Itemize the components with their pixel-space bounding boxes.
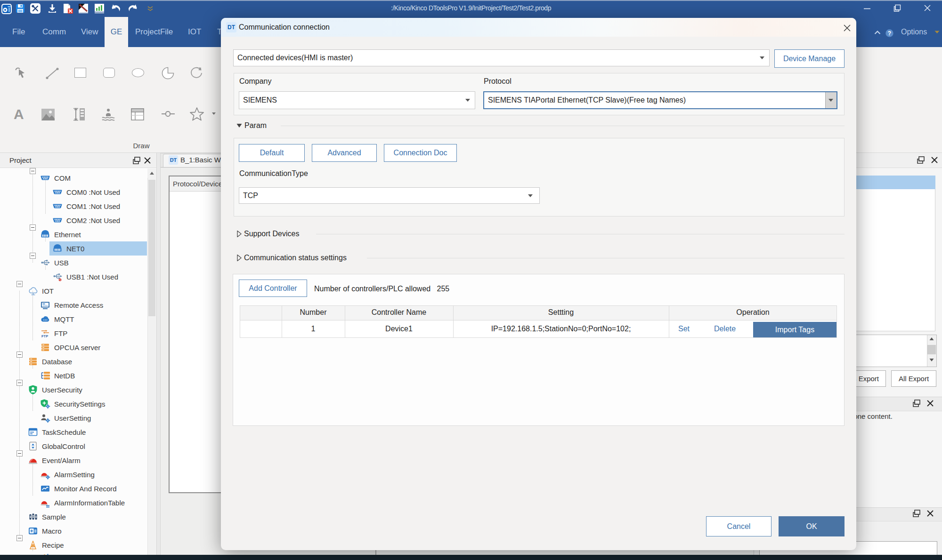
svg-text:?: ? bbox=[888, 30, 891, 37]
svg-text:FTP: FTP bbox=[41, 334, 48, 338]
